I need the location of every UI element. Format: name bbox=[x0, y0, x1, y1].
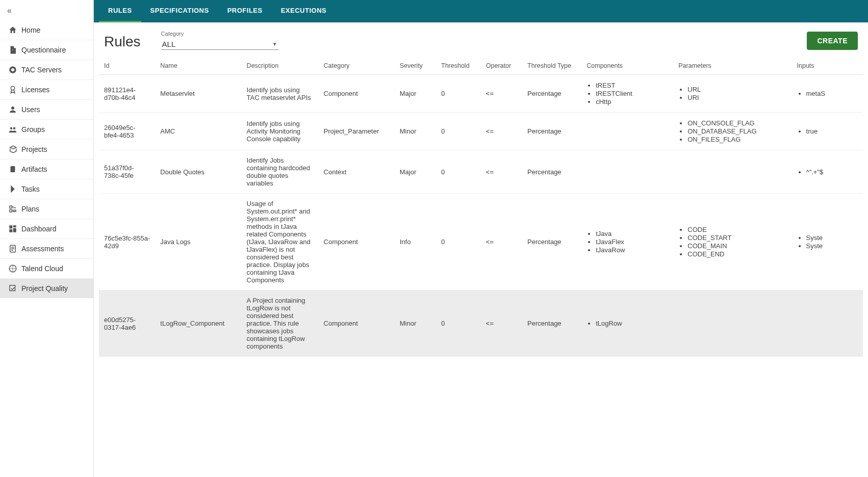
sidebar-item-label: Home bbox=[21, 26, 40, 34]
svg-point-1 bbox=[11, 68, 14, 71]
table-cell: Context bbox=[319, 150, 395, 194]
table-cell: Percentage bbox=[522, 113, 581, 150]
table-cell bbox=[581, 113, 673, 150]
table-cell: Metaservlet bbox=[155, 75, 241, 113]
column-header[interactable]: Operator bbox=[481, 56, 522, 75]
tab-profiles[interactable]: PROFILES bbox=[218, 0, 272, 22]
svg-rect-10 bbox=[9, 229, 12, 232]
users-icon bbox=[8, 105, 21, 114]
table-cell: <= bbox=[481, 194, 522, 290]
column-header[interactable]: Inputs bbox=[792, 56, 863, 75]
table-cell: Identify jobs using TAC metaservlet APIs bbox=[242, 75, 319, 113]
table-cell: 0 bbox=[436, 290, 481, 357]
sidebar-item-label: TAC Servers bbox=[21, 66, 62, 74]
create-button[interactable]: CREATE bbox=[807, 32, 858, 50]
assessments-icon bbox=[8, 244, 21, 253]
sidebar-item-groups[interactable]: Groups bbox=[0, 119, 93, 139]
page-header: Rules Category ALL ▼ CREATE bbox=[94, 22, 868, 56]
sidebar-item-home[interactable]: Home bbox=[0, 20, 93, 40]
sidebar-item-label: Users bbox=[21, 105, 40, 114]
sidebar-item-cloud[interactable]: Talend Cloud bbox=[0, 258, 93, 278]
column-header[interactable]: Components bbox=[581, 56, 673, 75]
sidebar-item-questionnaire[interactable]: Questionnaire bbox=[0, 40, 93, 60]
table-cell: tLogRow bbox=[581, 290, 673, 357]
list-item: cHttp bbox=[596, 98, 668, 105]
list-item: CODE bbox=[687, 226, 786, 233]
tab-executions[interactable]: EXECUTIONS bbox=[272, 0, 336, 22]
list-item: tJava bbox=[596, 230, 668, 237]
table-cell: 51a37f0d-738c-45fe bbox=[99, 150, 155, 194]
table-row[interactable]: 51a37f0d-738c-45feDouble QuotesIdentify … bbox=[99, 150, 863, 194]
category-select-value: ALL bbox=[162, 40, 176, 48]
sidebar-item-projects[interactable]: Projects bbox=[0, 139, 93, 159]
column-header[interactable]: Category bbox=[319, 56, 395, 75]
list-item: ^".+"$ bbox=[806, 168, 858, 176]
list-item: URL bbox=[687, 86, 786, 93]
sidebar-item-plans[interactable]: Plans bbox=[0, 199, 93, 219]
sidebar-item-tasks[interactable]: Tasks bbox=[0, 179, 93, 199]
tab-bar: RULESSPECIFICATIONSPROFILESEXECUTIONS bbox=[94, 0, 868, 22]
table-row[interactable]: 26049e5c-bfe4-4653AMCIdentify jobs using… bbox=[99, 113, 863, 150]
sidebar-item-assessments[interactable]: Assessments bbox=[0, 238, 93, 258]
list-item: tLogRow bbox=[596, 320, 668, 327]
list-item: CODE_END bbox=[687, 250, 786, 258]
main-content: RULESSPECIFICATIONSPROFILESEXECUTIONS Ru… bbox=[94, 0, 868, 477]
table-cell: Identify Jobs containing hardcoded doubl… bbox=[242, 150, 319, 194]
table-cell: 0 bbox=[436, 75, 481, 113]
table-cell: <= bbox=[481, 113, 522, 150]
list-item: tRESTClient bbox=[596, 90, 668, 97]
column-header[interactable]: Threshold Type bbox=[522, 56, 581, 75]
column-header[interactable]: Id bbox=[99, 56, 155, 75]
sidebar-item-artifacts[interactable]: Artifacts bbox=[0, 159, 93, 179]
tab-specifications[interactable]: SPECIFICATIONS bbox=[141, 0, 218, 22]
sidebar-item-tac[interactable]: TAC Servers bbox=[0, 60, 93, 80]
list-item: Syste bbox=[806, 234, 858, 242]
sidebar-item-quality[interactable]: Project Quality bbox=[0, 278, 93, 298]
sidebar-item-label: Project Quality bbox=[21, 284, 68, 293]
table-cell: CODECODE_STARTCODE_MAINCODE_END bbox=[673, 194, 792, 290]
column-header[interactable]: Threshold bbox=[436, 56, 481, 75]
table-cell: 76c5e3fc-855a-42d9 bbox=[99, 194, 155, 290]
cloud-icon bbox=[8, 264, 21, 273]
category-filter-label: Category bbox=[161, 31, 278, 37]
artifacts-icon bbox=[8, 165, 21, 174]
table-cell: Major bbox=[395, 75, 436, 113]
list-item: CODE_START bbox=[687, 234, 786, 242]
sidebar-item-dashboard[interactable]: Dashboard bbox=[0, 219, 93, 238]
table-cell: AMC bbox=[155, 113, 241, 150]
page-title: Rules bbox=[104, 34, 141, 50]
table-row[interactable]: 891121e4-d70b-46c4MetaservletIdentify jo… bbox=[99, 75, 863, 113]
tab-rules[interactable]: RULES bbox=[99, 0, 141, 22]
category-select[interactable]: ALL ▼ bbox=[161, 38, 278, 50]
list-item: ON_DATABASE_FLAG bbox=[687, 127, 786, 135]
sidebar-item-label: Assessments bbox=[21, 245, 64, 253]
sidebar-item-label: Tasks bbox=[21, 185, 40, 193]
list-item: URI bbox=[687, 94, 786, 101]
list-item: metaS bbox=[806, 90, 858, 97]
sidebar-item-licenses[interactable]: Licenses bbox=[0, 80, 93, 99]
table-cell: Info bbox=[395, 194, 436, 290]
list-item: CODE_MAIN bbox=[687, 242, 786, 250]
category-filter: Category ALL ▼ bbox=[161, 31, 278, 50]
sidebar: « HomeQuestionnaireTAC ServersLicensesUs… bbox=[0, 0, 94, 477]
column-header[interactable]: Name bbox=[155, 56, 241, 75]
column-header[interactable]: Description bbox=[242, 56, 319, 75]
table-cell: Minor bbox=[395, 113, 436, 150]
collapse-icon[interactable]: « bbox=[7, 6, 12, 15]
table-cell: tLogRow_Component bbox=[155, 290, 241, 357]
licenses-icon bbox=[8, 85, 21, 94]
svg-rect-9 bbox=[13, 228, 16, 232]
sidebar-item-users[interactable]: Users bbox=[0, 99, 93, 119]
table-row[interactable]: 76c5e3fc-855a-42d9Java LogsUsage of Syst… bbox=[99, 194, 863, 290]
svg-rect-8 bbox=[13, 225, 16, 227]
table-cell: metaS bbox=[792, 75, 863, 113]
table-cell: Identify jobs using Activity Monitoring … bbox=[242, 113, 319, 150]
list-item: ON_FILES_FLAG bbox=[687, 136, 786, 143]
column-header[interactable]: Severity bbox=[395, 56, 436, 75]
column-header[interactable]: Parameters bbox=[673, 56, 792, 75]
table-cell: A Project containing tLogRow is not cons… bbox=[242, 290, 319, 357]
table-row[interactable]: e00d5275-0317-4ae6tLogRow_ComponentA Pro… bbox=[99, 290, 863, 357]
table-cell: 891121e4-d70b-46c4 bbox=[99, 75, 155, 113]
sidebar-item-label: Licenses bbox=[21, 86, 49, 94]
table-cell bbox=[581, 150, 673, 194]
